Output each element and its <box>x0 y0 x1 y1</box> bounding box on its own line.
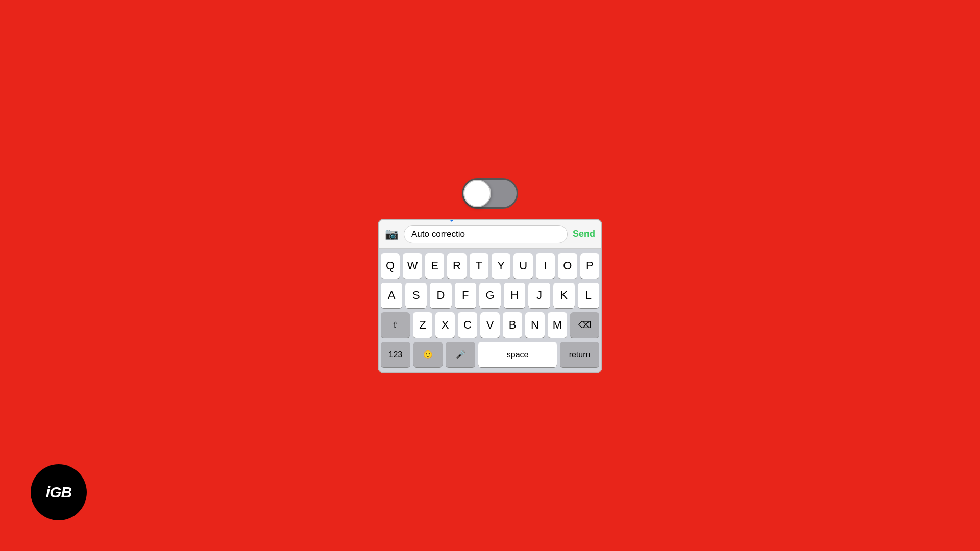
key-x[interactable]: X <box>435 312 455 338</box>
key-l[interactable]: L <box>578 283 599 308</box>
keyboard-row-1: Q W E R T Y U I O P <box>381 253 599 279</box>
keyboard: Q W E R T Y U I O P A S D F G H J K <box>379 249 601 372</box>
key-t[interactable]: T <box>470 253 488 279</box>
return-key[interactable]: return <box>560 342 599 367</box>
emoji-key[interactable]: 🙂 <box>413 342 443 367</box>
message-input[interactable] <box>404 225 568 243</box>
center-container: 📷 correction × Send Q W E R T Y U <box>378 178 602 373</box>
key-b[interactable]: B <box>503 312 522 338</box>
key-n[interactable]: N <box>525 312 545 338</box>
key-s[interactable]: S <box>405 283 427 308</box>
key-k[interactable]: K <box>553 283 575 308</box>
camera-icon[interactable]: 📷 <box>385 228 399 241</box>
shift-key[interactable]: ⇧ <box>381 312 410 338</box>
toggle-wrapper <box>462 178 518 209</box>
keyboard-bottom-row: 123 🙂 🎤 space return <box>381 342 599 367</box>
key-f[interactable]: F <box>455 283 476 308</box>
autocorrection-toggle[interactable] <box>462 178 518 209</box>
message-bar: 📷 correction × Send <box>379 220 601 249</box>
key-y[interactable]: Y <box>492 253 510 279</box>
key-q[interactable]: Q <box>381 253 400 279</box>
key-m[interactable]: M <box>548 312 567 338</box>
key-r[interactable]: R <box>447 253 466 279</box>
key-w[interactable]: W <box>403 253 422 279</box>
toggle-knob <box>463 180 491 207</box>
keyboard-row-3: ⇧ Z X C V B N M ⌫ <box>381 312 599 338</box>
key-v[interactable]: V <box>480 312 500 338</box>
key-j[interactable]: J <box>528 283 550 308</box>
numbers-key[interactable]: 123 <box>381 342 410 367</box>
key-a[interactable]: A <box>381 283 402 308</box>
key-g[interactable]: G <box>479 283 501 308</box>
key-c[interactable]: C <box>458 312 477 338</box>
key-i[interactable]: I <box>536 253 555 279</box>
space-key[interactable]: space <box>478 342 557 367</box>
phone-panel: 📷 correction × Send Q W E R T Y U <box>378 219 602 373</box>
igb-logo-text: iGB <box>46 484 71 501</box>
mic-key[interactable]: 🎤 <box>446 342 475 367</box>
key-h[interactable]: H <box>504 283 525 308</box>
keyboard-row-2: A S D F G H J K L <box>381 283 599 308</box>
key-z[interactable]: Z <box>413 312 432 338</box>
igb-logo: iGB <box>31 464 87 520</box>
key-p[interactable]: P <box>580 253 599 279</box>
send-button[interactable]: Send <box>573 229 595 239</box>
key-o[interactable]: O <box>558 253 577 279</box>
message-input-wrapper: correction × <box>404 225 568 243</box>
backspace-key[interactable]: ⌫ <box>570 312 599 338</box>
key-d[interactable]: D <box>430 283 451 308</box>
key-e[interactable]: E <box>425 253 444 279</box>
key-u[interactable]: U <box>513 253 532 279</box>
